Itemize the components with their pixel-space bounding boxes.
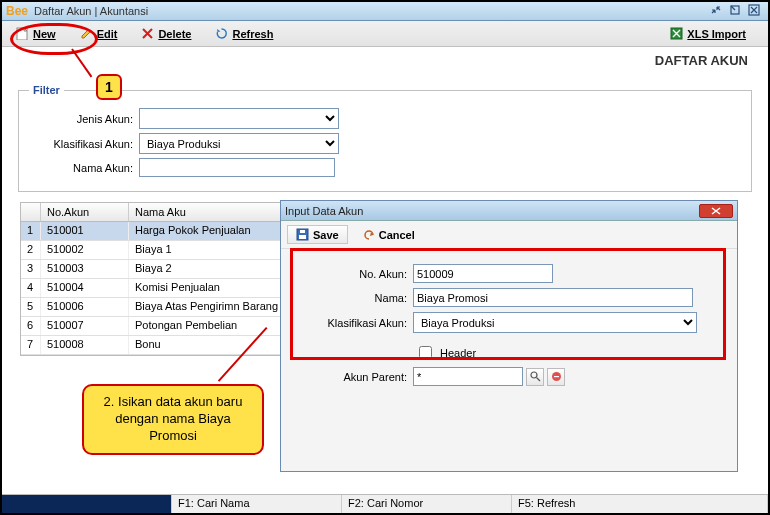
dialog-toolbar: Save Cancel — [281, 221, 737, 249]
statusbar: F1: Cari Nama F2: Cari Nomor F5: Refresh — [2, 494, 768, 513]
edit-icon — [80, 27, 93, 40]
filter-panel: Filter Jenis Akun: Klasifikasi Akun: Bia… — [18, 84, 752, 192]
close-icon — [710, 207, 722, 215]
clear-parent-button[interactable] — [547, 368, 565, 386]
minimize-icon[interactable] — [710, 4, 726, 19]
dialog-body: No. Akun: Nama: Klasifikasi Akun: Biaya … — [281, 249, 737, 401]
annotation-number-1: 1 — [105, 79, 113, 95]
no-akun-label: No. Akun: — [295, 268, 413, 280]
svg-rect-9 — [554, 376, 559, 377]
klasifikasi-akun-label: Klasifikasi Akun: — [29, 138, 139, 150]
row-num: 3 — [21, 260, 41, 278]
row-num: 7 — [21, 336, 41, 354]
edit-label: Edit — [97, 28, 118, 40]
svg-point-7 — [531, 372, 537, 378]
dialog-title: Input Data Akun — [285, 205, 699, 217]
row-num: 2 — [21, 241, 41, 259]
nama-label: Nama: — [295, 292, 413, 304]
dialog-titlebar: Input Data Akun — [281, 201, 737, 221]
toolbar: New Edit Delete Refresh XLS Import — [2, 21, 768, 47]
titlebar: Bee Daftar Akun | Akuntansi — [2, 2, 768, 21]
grid-col-num — [21, 203, 41, 221]
nama-akun-label: Nama Akun: — [29, 162, 139, 174]
header-checkbox[interactable] — [419, 346, 432, 359]
akun-parent-label: Akun Parent: — [295, 371, 413, 383]
row-num: 5 — [21, 298, 41, 316]
close-icon[interactable] — [748, 4, 764, 19]
edit-button[interactable]: Edit — [72, 25, 126, 42]
nama-input[interactable] — [413, 288, 693, 307]
clear-icon — [551, 371, 562, 382]
cancel-button[interactable]: Cancel — [354, 226, 423, 243]
row-num: 6 — [21, 317, 41, 335]
new-button[interactable]: New — [8, 25, 64, 42]
klasifikasi-label: Klasifikasi Akun: — [295, 317, 413, 329]
refresh-label: Refresh — [232, 28, 273, 40]
save-icon — [296, 228, 309, 241]
klasifikasi-select[interactable]: Biaya Produksi — [413, 312, 697, 333]
delete-icon — [141, 27, 154, 40]
klasifikasi-akun-select[interactable]: Biaya Produksi — [139, 133, 339, 154]
annotation-callout-1: 1 — [96, 74, 122, 100]
refresh-button[interactable]: Refresh — [207, 25, 281, 42]
annotation-callout-2: 2. Isikan data akun baru dengan nama Bia… — [82, 384, 264, 455]
svg-rect-5 — [299, 235, 306, 239]
new-label: New — [33, 28, 56, 40]
new-icon — [16, 27, 29, 40]
input-data-akun-dialog: Input Data Akun Save Cancel No. Akun: Na… — [280, 200, 738, 472]
header-checkbox-label: Header — [440, 347, 476, 359]
nama-akun-input[interactable] — [139, 158, 335, 177]
cancel-label: Cancel — [379, 229, 415, 241]
xls-icon — [670, 27, 683, 40]
status-f5: F5: Refresh — [512, 495, 768, 513]
save-label: Save — [313, 229, 339, 241]
app-logo: Bee — [6, 4, 28, 18]
no-akun-input[interactable] — [413, 264, 553, 283]
jenis-akun-select[interactable] — [139, 108, 339, 129]
maximize-icon[interactable] — [729, 4, 745, 19]
filter-legend: Filter — [29, 84, 64, 96]
row-noakun: 510006 — [41, 298, 129, 316]
row-noakun: 510004 — [41, 279, 129, 297]
refresh-icon — [215, 27, 228, 40]
dialog-close-button[interactable] — [699, 204, 733, 218]
svg-rect-6 — [300, 230, 305, 233]
app-window: Bee Daftar Akun | Akuntansi New Edit Del… — [0, 0, 770, 515]
row-num: 1 — [21, 222, 41, 240]
save-button[interactable]: Save — [287, 225, 348, 244]
akun-parent-input[interactable] — [413, 367, 523, 386]
xls-import-button[interactable]: XLS Import — [662, 25, 754, 42]
search-icon — [530, 371, 541, 382]
status-f2: F2: Cari Nomor — [342, 495, 512, 513]
delete-label: Delete — [158, 28, 191, 40]
row-noakun: 510008 — [41, 336, 129, 354]
row-noakun: 510001 — [41, 222, 129, 240]
grid-col-noakun[interactable]: No.Akun — [41, 203, 129, 221]
page-title: DAFTAR AKUN — [2, 47, 768, 70]
annotation-text-2: 2. Isikan data akun baru dengan nama Bia… — [104, 394, 243, 443]
jenis-akun-label: Jenis Akun: — [29, 113, 139, 125]
row-noakun: 510002 — [41, 241, 129, 259]
row-noakun: 510007 — [41, 317, 129, 335]
delete-button[interactable]: Delete — [133, 25, 199, 42]
status-f1: F1: Cari Nama — [172, 495, 342, 513]
xls-label: XLS Import — [687, 28, 746, 40]
undo-icon — [362, 228, 375, 241]
window-title: Daftar Akun | Akuntansi — [34, 5, 707, 17]
status-cell-0 — [2, 495, 172, 513]
search-parent-button[interactable] — [526, 368, 544, 386]
row-num: 4 — [21, 279, 41, 297]
row-noakun: 510003 — [41, 260, 129, 278]
